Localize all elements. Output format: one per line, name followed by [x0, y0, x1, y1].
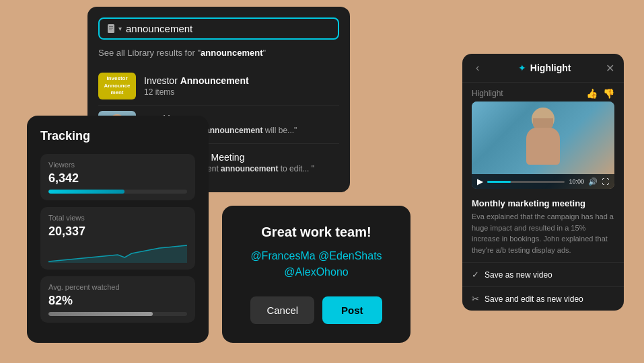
result-info-investor: Investor Announcement 12 items: [144, 75, 339, 97]
search-result-investor[interactable]: InvestorAnnouncement Investor Announceme…: [98, 67, 339, 106]
avg-watched-label: Avg. percent watched: [48, 283, 187, 291]
viewers-value: 6,342: [48, 171, 187, 186]
video-thumbnail: ▶ 10:00 🔊 ⛶: [472, 102, 614, 189]
post-panel: Great work team! @FrancesMa @EdenShats@A…: [222, 206, 410, 343]
save-and-edit-label: Save and edit as new video: [485, 294, 583, 304]
total-views-chart: [48, 243, 187, 263]
highlight-panel-title: Highlight: [530, 63, 571, 73]
video-person-figure: [520, 108, 567, 168]
post-heading: Great work team!: [238, 225, 394, 240]
video-container: ▶ 10:00 🔊 ⛶: [472, 102, 614, 189]
highlight-video-title: Monthly marketing meeting: [462, 196, 624, 211]
save-as-new-video-button[interactable]: ✓ Save as new video: [462, 263, 624, 287]
total-views-label: Total views: [48, 214, 187, 222]
video-progress-bar[interactable]: [487, 181, 565, 183]
svg-rect-3: [109, 30, 112, 30]
highlight-header: ‹ ✦ Highlight ✕: [462, 54, 624, 83]
viewers-bar-fill: [48, 190, 124, 194]
cancel-button[interactable]: Cancel: [250, 296, 314, 324]
result-meta-investor: 12 items: [144, 87, 339, 97]
video-fullscreen-button[interactable]: ⛶: [602, 177, 609, 186]
viewers-stat: Viewers 6,342: [40, 154, 195, 200]
video-progress-fill: [487, 181, 511, 183]
check-icon: ✓: [472, 270, 479, 280]
thumbs-down-button[interactable]: 👎: [603, 88, 614, 99]
post-buttons: Cancel Post: [238, 296, 394, 324]
tracking-title: Tracking: [40, 129, 195, 143]
total-views-value: 20,337: [48, 225, 187, 239]
sparkle-icon: ✦: [518, 63, 526, 73]
scissors-icon: ✂: [472, 294, 479, 304]
highlight-actions: ✓ Save as new video ✂ Save and edit as n…: [462, 262, 624, 311]
svg-rect-1: [109, 26, 113, 27]
highlight-label: Highlight: [472, 89, 503, 98]
video-controls-bar: ▶ 10:00 🔊 ⛶: [472, 174, 614, 189]
tracking-panel: Tracking Viewers 6,342 Total views 20,33…: [27, 116, 209, 343]
chevron-down-icon: ▾: [118, 25, 122, 32]
video-play-button[interactable]: ▶: [477, 177, 483, 186]
avg-watched-value: 82%: [48, 294, 187, 308]
avg-watched-bar-fill: [48, 312, 153, 316]
video-sound-button[interactable]: 🔊: [588, 177, 598, 186]
highlight-panel: ‹ ✦ Highlight ✕ Highlight 👍 👎: [462, 54, 624, 311]
back-button[interactable]: ‹: [472, 61, 483, 75]
search-subtitle: See all Library results for "announcemen…: [98, 48, 339, 58]
viewers-label: Viewers: [48, 161, 187, 169]
avg-watched-stat: Avg. percent watched 82%: [40, 276, 195, 323]
search-input-row[interactable]: ▾: [98, 17, 339, 40]
svg-marker-11: [48, 245, 187, 263]
highlight-label-row: Highlight 👍 👎: [462, 83, 624, 102]
svg-rect-2: [109, 28, 113, 28]
search-type-icon: ▾: [106, 24, 122, 34]
thumbs-up-button[interactable]: 👍: [586, 88, 598, 99]
result-title-investor: Investor Announcement: [144, 75, 339, 86]
post-mentions: @FrancesMa @EdenShats@AlexOhono: [238, 248, 394, 280]
highlight-video-desc: Eva explained that the campaign has had …: [462, 211, 624, 262]
search-input[interactable]: [126, 23, 331, 34]
video-time: 10:00: [569, 178, 584, 185]
save-as-new-video-label: Save as new video: [485, 270, 552, 280]
document-icon: [106, 24, 117, 34]
video-background: [472, 102, 614, 174]
total-views-stat: Total views 20,337: [40, 207, 195, 270]
line-chart-svg: [48, 243, 187, 263]
close-button[interactable]: ✕: [606, 62, 614, 75]
highlight-title-row: ✦ Highlight: [483, 63, 606, 73]
post-button[interactable]: Post: [322, 296, 382, 324]
viewers-bar: [48, 190, 187, 194]
save-and-edit-button[interactable]: ✂ Save and edit as new video: [462, 287, 624, 311]
result-thumb-investor: InvestorAnnouncement: [98, 73, 136, 99]
highlight-feedback: 👍 👎: [586, 88, 614, 99]
avg-watched-bar: [48, 312, 187, 316]
